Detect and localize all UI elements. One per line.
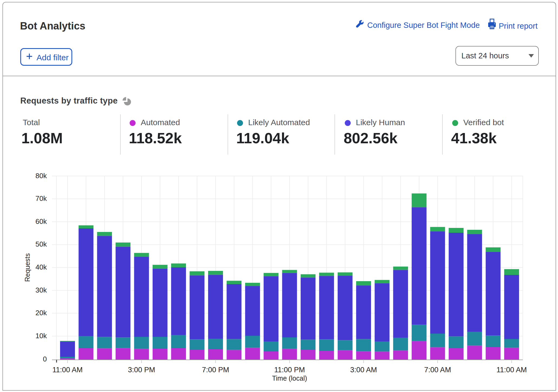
- svg-text:80k: 80k: [35, 172, 47, 180]
- svg-text:7:00 AM: 7:00 AM: [424, 366, 451, 374]
- svg-text:Requests: Requests: [24, 253, 31, 282]
- svg-text:11:00 PM: 11:00 PM: [274, 366, 305, 374]
- svg-text:10k: 10k: [35, 332, 47, 340]
- svg-text:Time (local): Time (local): [272, 374, 307, 382]
- svg-text:40k: 40k: [35, 263, 47, 271]
- svg-text:7:00 PM: 7:00 PM: [202, 366, 229, 374]
- svg-text:70k: 70k: [35, 194, 47, 202]
- svg-text:20k: 20k: [35, 309, 47, 317]
- svg-text:11:00 AM: 11:00 AM: [497, 366, 527, 374]
- svg-text:60k: 60k: [35, 217, 47, 225]
- svg-text:3:00 PM: 3:00 PM: [128, 366, 155, 374]
- svg-text:0: 0: [43, 355, 47, 363]
- svg-text:3:00 AM: 3:00 AM: [350, 366, 377, 374]
- svg-text:50k: 50k: [35, 240, 47, 248]
- svg-text:30k: 30k: [35, 286, 47, 294]
- svg-text:11:00 AM: 11:00 AM: [52, 366, 83, 374]
